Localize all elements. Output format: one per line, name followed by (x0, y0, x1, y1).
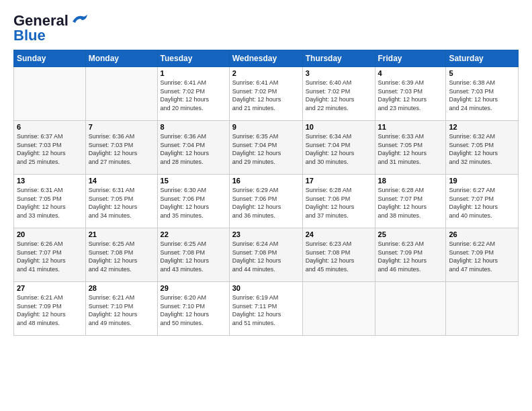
calendar-cell: 10Sunrise: 6:34 AM Sunset: 7:04 PM Dayli… (302, 121, 375, 175)
calendar-cell: 24Sunrise: 6:23 AM Sunset: 7:08 PM Dayli… (302, 228, 375, 282)
calendar-cell: 18Sunrise: 6:28 AM Sunset: 7:07 PM Dayli… (375, 175, 446, 228)
calendar-header-wednesday: Wednesday (229, 50, 302, 67)
day-info: Sunrise: 6:21 AM Sunset: 7:10 PM Dayligh… (89, 293, 154, 327)
logo-bird-icon (70, 12, 90, 27)
day-number: 22 (161, 230, 226, 238)
calendar-header-sunday: Sunday (14, 50, 86, 67)
day-number: 12 (449, 123, 515, 131)
day-number: 21 (89, 230, 154, 238)
calendar-table: SundayMondayTuesdayWednesdayThursdayFrid… (13, 50, 519, 336)
calendar-cell (446, 282, 519, 336)
calendar-cell: 12Sunrise: 6:32 AM Sunset: 7:05 PM Dayli… (446, 121, 519, 175)
calendar-week-5: 27Sunrise: 6:21 AM Sunset: 7:09 PM Dayli… (14, 282, 519, 336)
calendar-cell: 15Sunrise: 6:30 AM Sunset: 7:06 PM Dayli… (157, 175, 229, 228)
day-number: 23 (232, 230, 300, 238)
day-info: Sunrise: 6:35 AM Sunset: 7:04 PM Dayligh… (232, 132, 300, 166)
calendar-cell: 6Sunrise: 6:37 AM Sunset: 7:03 PM Daylig… (14, 121, 86, 175)
day-number: 6 (17, 123, 83, 131)
page-header: General Blue (13, 12, 519, 44)
day-number: 5 (449, 69, 515, 77)
day-info: Sunrise: 6:31 AM Sunset: 7:05 PM Dayligh… (17, 186, 83, 220)
calendar-cell (302, 282, 375, 336)
day-info: Sunrise: 6:33 AM Sunset: 7:05 PM Dayligh… (378, 132, 443, 166)
calendar-week-2: 6Sunrise: 6:37 AM Sunset: 7:03 PM Daylig… (14, 121, 519, 175)
day-number: 15 (161, 177, 226, 185)
day-number: 27 (17, 284, 83, 292)
day-info: Sunrise: 6:19 AM Sunset: 7:11 PM Dayligh… (232, 293, 300, 327)
day-number: 19 (449, 177, 515, 185)
day-number: 11 (378, 123, 443, 131)
calendar-cell: 1Sunrise: 6:41 AM Sunset: 7:02 PM Daylig… (157, 67, 229, 121)
day-number: 2 (232, 69, 300, 77)
calendar-cell (14, 67, 86, 121)
calendar-cell: 30Sunrise: 6:19 AM Sunset: 7:11 PM Dayli… (229, 282, 302, 336)
calendar-cell: 19Sunrise: 6:27 AM Sunset: 7:07 PM Dayli… (446, 175, 519, 228)
day-number: 9 (232, 123, 300, 131)
calendar-header-saturday: Saturday (446, 50, 519, 67)
calendar-cell: 17Sunrise: 6:28 AM Sunset: 7:06 PM Dayli… (302, 175, 375, 228)
calendar-cell: 22Sunrise: 6:25 AM Sunset: 7:08 PM Dayli… (157, 228, 229, 282)
calendar-cell: 27Sunrise: 6:21 AM Sunset: 7:09 PM Dayli… (14, 282, 86, 336)
day-info: Sunrise: 6:21 AM Sunset: 7:09 PM Dayligh… (17, 293, 83, 327)
day-number: 14 (89, 177, 154, 185)
calendar-cell: 13Sunrise: 6:31 AM Sunset: 7:05 PM Dayli… (14, 175, 86, 228)
day-info: Sunrise: 6:27 AM Sunset: 7:07 PM Dayligh… (449, 186, 515, 220)
calendar-header-tuesday: Tuesday (157, 50, 229, 67)
day-info: Sunrise: 6:23 AM Sunset: 7:09 PM Dayligh… (378, 240, 443, 273)
calendar-cell: 29Sunrise: 6:20 AM Sunset: 7:10 PM Dayli… (157, 282, 229, 336)
calendar-cell: 26Sunrise: 6:22 AM Sunset: 7:09 PM Dayli… (446, 228, 519, 282)
day-info: Sunrise: 6:30 AM Sunset: 7:06 PM Dayligh… (161, 186, 226, 220)
day-info: Sunrise: 6:23 AM Sunset: 7:08 PM Dayligh… (306, 240, 372, 273)
day-info: Sunrise: 6:26 AM Sunset: 7:07 PM Dayligh… (17, 240, 83, 273)
calendar-cell (85, 67, 157, 121)
calendar-cell: 8Sunrise: 6:36 AM Sunset: 7:04 PM Daylig… (157, 121, 229, 175)
day-number: 30 (232, 284, 300, 292)
day-info: Sunrise: 6:41 AM Sunset: 7:02 PM Dayligh… (232, 79, 300, 112)
calendar-cell: 7Sunrise: 6:36 AM Sunset: 7:03 PM Daylig… (85, 121, 157, 175)
day-number: 29 (161, 284, 226, 292)
day-info: Sunrise: 6:20 AM Sunset: 7:10 PM Dayligh… (161, 293, 226, 327)
day-number: 4 (378, 69, 443, 77)
day-info: Sunrise: 6:28 AM Sunset: 7:06 PM Dayligh… (306, 186, 372, 220)
calendar-header-row: SundayMondayTuesdayWednesdayThursdayFrid… (14, 50, 519, 67)
calendar-cell: 4Sunrise: 6:39 AM Sunset: 7:03 PM Daylig… (375, 67, 446, 121)
day-info: Sunrise: 6:40 AM Sunset: 7:02 PM Dayligh… (306, 79, 372, 112)
day-number: 25 (378, 230, 443, 238)
day-info: Sunrise: 6:39 AM Sunset: 7:03 PM Dayligh… (378, 79, 443, 112)
day-info: Sunrise: 6:32 AM Sunset: 7:05 PM Dayligh… (449, 132, 515, 166)
calendar-cell: 28Sunrise: 6:21 AM Sunset: 7:10 PM Dayli… (85, 282, 157, 336)
logo: General Blue (13, 12, 90, 44)
calendar-header-monday: Monday (85, 50, 157, 67)
calendar-cell: 23Sunrise: 6:24 AM Sunset: 7:08 PM Dayli… (229, 228, 302, 282)
calendar-cell: 9Sunrise: 6:35 AM Sunset: 7:04 PM Daylig… (229, 121, 302, 175)
day-info: Sunrise: 6:36 AM Sunset: 7:03 PM Dayligh… (89, 132, 154, 166)
day-info: Sunrise: 6:25 AM Sunset: 7:08 PM Dayligh… (161, 240, 226, 273)
day-number: 10 (306, 123, 372, 131)
calendar-week-4: 20Sunrise: 6:26 AM Sunset: 7:07 PM Dayli… (14, 228, 519, 282)
day-number: 1 (161, 69, 226, 77)
calendar-header-friday: Friday (375, 50, 446, 67)
day-info: Sunrise: 6:24 AM Sunset: 7:08 PM Dayligh… (232, 240, 300, 273)
day-info: Sunrise: 6:29 AM Sunset: 7:06 PM Dayligh… (232, 186, 300, 220)
day-number: 16 (232, 177, 300, 185)
day-number: 24 (306, 230, 372, 238)
day-info: Sunrise: 6:38 AM Sunset: 7:03 PM Dayligh… (449, 79, 515, 112)
calendar-cell: 25Sunrise: 6:23 AM Sunset: 7:09 PM Dayli… (375, 228, 446, 282)
page-container: General Blue SundayMondayTuesdayWednesda… (0, 0, 532, 411)
day-number: 20 (17, 230, 83, 238)
calendar-week-1: 1Sunrise: 6:41 AM Sunset: 7:02 PM Daylig… (14, 67, 519, 121)
calendar-cell: 14Sunrise: 6:31 AM Sunset: 7:05 PM Dayli… (85, 175, 157, 228)
day-info: Sunrise: 6:37 AM Sunset: 7:03 PM Dayligh… (17, 132, 83, 166)
day-info: Sunrise: 6:28 AM Sunset: 7:07 PM Dayligh… (378, 186, 443, 220)
day-number: 8 (161, 123, 226, 131)
calendar-cell: 3Sunrise: 6:40 AM Sunset: 7:02 PM Daylig… (302, 67, 375, 121)
calendar-cell (375, 282, 446, 336)
calendar-cell: 16Sunrise: 6:29 AM Sunset: 7:06 PM Dayli… (229, 175, 302, 228)
day-number: 13 (17, 177, 83, 185)
day-number: 18 (378, 177, 443, 185)
calendar-cell: 5Sunrise: 6:38 AM Sunset: 7:03 PM Daylig… (446, 67, 519, 121)
day-number: 26 (449, 230, 515, 238)
calendar-cell: 2Sunrise: 6:41 AM Sunset: 7:02 PM Daylig… (229, 67, 302, 121)
calendar-header-thursday: Thursday (302, 50, 375, 67)
day-info: Sunrise: 6:25 AM Sunset: 7:08 PM Dayligh… (89, 240, 154, 273)
